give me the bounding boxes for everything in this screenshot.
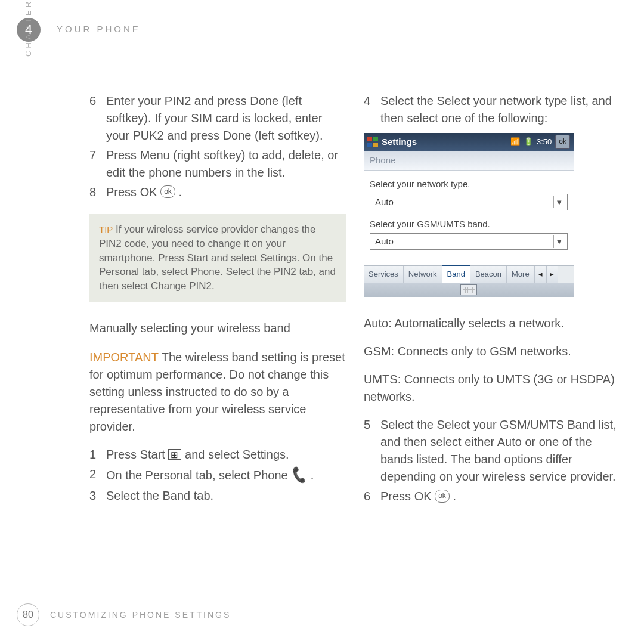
chapter-label-vertical: CHAPTER [24,0,33,57]
step-number: 8 [89,184,106,201]
subheading: Manually selecting your wireless band [89,320,346,337]
header-title: YOUR PHONE [57,24,141,34]
step-7: 7 Press Menu (right softkey) to add, del… [89,147,346,181]
tip-text: If your wireless service provider change… [99,224,336,292]
band-value: Auto [375,235,394,248]
phone-icon: 📞 [289,464,309,487]
tab-more[interactable]: More [507,266,535,283]
step-text-post: . [453,490,456,503]
step-text-mid: and select [185,448,243,461]
network-type-value: Auto [375,196,394,209]
content-columns: 6 Enter your PIN2 and press Done (left s… [89,92,620,507]
windows-flag-icon [367,137,378,147]
screenshot-time: 3:50 [537,137,552,148]
page-number-badge: 80 [17,603,39,626]
tab-scroll-left-icon[interactable]: ◂ [535,266,546,283]
screenshot-title: Settings [382,135,510,148]
tip-box: TIP If your wireless service provider ch… [89,214,346,302]
step-6b: 6 Press OK ok . [364,488,620,505]
step2-1: 1 Press Start and select Settings. [89,446,346,463]
chevron-down-icon: ▾ [553,235,565,248]
step-8: 8 Press OK ok . [89,184,346,201]
step-5: 5 Select the Select your GSM/UMTS Band l… [364,416,620,485]
step-text: Enter your PIN2 and press Done (left sof… [106,92,346,144]
step-text: Press OK ok . [380,488,620,505]
footer: 80 CUSTOMIZING PHONE SETTINGS [17,603,231,626]
keyboard-icon[interactable] [460,284,477,295]
step-number: 2 [89,466,106,485]
step-text: Press Menu (right softkey) to add, delet… [106,147,346,181]
band-label: Select your GSM/UMTS band. [370,218,568,231]
screenshot-tabs: Services Network Band Beacon More ◂ ▸ [364,265,574,283]
step-text-post: Settings. [243,448,289,461]
screenshot-titlebar: Settings 📶 🔋 3:50 ok [364,133,574,151]
step-text-post: . [178,185,182,199]
sip-bar [364,283,574,297]
option-gsm: GSM: Connects only to GSM networks. [364,343,620,360]
screenshot-subtitle: Phone [364,151,574,171]
band-dropdown[interactable]: Auto ▾ [370,233,568,250]
phone-screenshot: Settings 📶 🔋 3:50 ok Phone Select your n… [364,133,574,297]
tab-services[interactable]: Services [364,266,404,283]
step-number: 6 [89,92,106,144]
footer-section-title: CUSTOMIZING PHONE SETTINGS [50,610,231,620]
network-type-label: Select your network type. [370,178,568,191]
step-number: 3 [89,487,106,504]
step-6: 6 Enter your PIN2 and press Done (left s… [89,92,346,144]
step-text: Press OK ok . [106,184,346,201]
important-label: IMPORTANT [89,351,159,364]
step-number: 5 [364,416,380,485]
step-text: Select the Select your GSM/UMTS Band lis… [380,416,620,485]
tab-beacon[interactable]: Beacon [470,266,507,283]
right-column: 4 Select the Select your network type li… [364,92,620,507]
step-number: 7 [89,147,106,181]
step-number: 1 [89,446,106,463]
tip-label: TIP [99,224,113,234]
tab-network[interactable]: Network [404,266,442,283]
step-text-pre: Press OK [106,185,160,199]
tab-band[interactable]: Band [442,265,470,283]
left-column: 6 Enter your PIN2 and press Done (left s… [89,92,346,507]
ok-icon: ok [435,490,450,502]
step-text-pre: Press Start [106,448,168,461]
step-text: Select the Select your network type list… [380,92,620,127]
windows-start-icon [168,449,181,460]
step-text-pre: Press OK [380,490,435,503]
step-text-post: . [311,469,314,482]
chevron-down-icon: ▾ [553,196,565,209]
step-text: Press Start and select Settings. [106,446,346,463]
screenshot-body: Select your network type. Auto ▾ Select … [364,171,574,266]
step2-3: 3 Select the Band tab. [89,487,346,504]
step-text-pre: On the Personal tab, select Phone [106,469,291,482]
ok-icon: ok [160,185,175,198]
screenshot-ok-button[interactable]: ok [555,135,570,148]
step-text: On the Personal tab, select Phone 📞 . [106,466,346,485]
option-auto: Auto: Automatically selects a network. [364,315,620,332]
step-number: 6 [364,488,380,505]
important-paragraph: IMPORTANT The wireless band setting is p… [89,349,346,435]
tab-scroll-right-icon[interactable]: ▸ [546,266,558,283]
step-4: 4 Select the Select your network type li… [364,92,620,127]
screenshot-status: 📶 🔋 3:50 ok [510,135,570,148]
signal-icon: 📶 [510,137,520,148]
option-umts: UMTS: Connects only to UMTS (3G or HSDPA… [364,371,620,405]
network-type-dropdown[interactable]: Auto ▾ [370,194,568,210]
step-text: Select the Band tab. [106,487,346,504]
step-number: 4 [364,92,380,127]
step2-2: 2 On the Personal tab, select Phone 📞 . [89,466,346,485]
battery-icon: 🔋 [524,137,533,148]
